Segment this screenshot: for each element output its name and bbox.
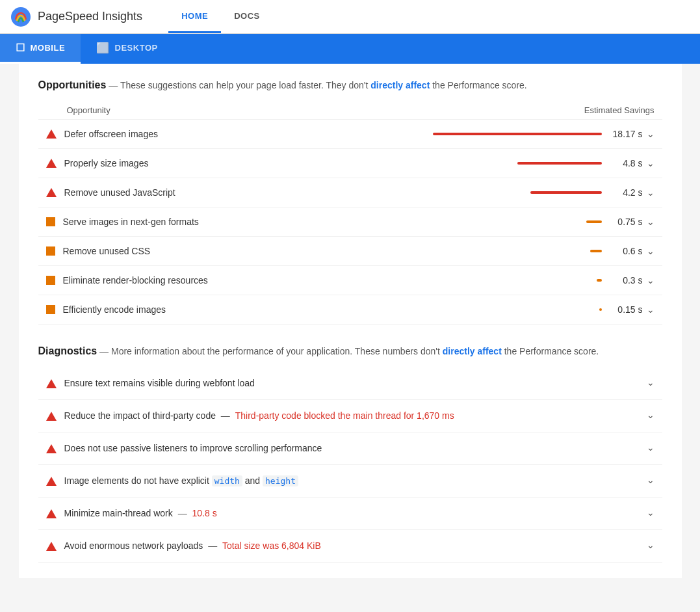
opportunity-row[interactable]: Efficiently encode images 0.15 s ⌄ <box>38 295 662 325</box>
diag-extra: Total size was 6,804 KiB <box>222 540 321 551</box>
diag-icon-wrap <box>46 377 64 388</box>
opportunity-row[interactable]: Defer offscreen images 18.17 s ⌄ <box>38 120 662 149</box>
warning-triangle-icon <box>46 477 57 486</box>
savings-bar <box>517 162 602 165</box>
savings-bar-area <box>433 133 602 135</box>
chevron-down-icon: ⌄ <box>647 217 655 227</box>
warning-triangle-icon <box>46 188 57 197</box>
savings-value: 0.15 s <box>607 304 643 315</box>
diag-dash: — <box>205 540 220 551</box>
opportunity-rows: Defer offscreen images 18.17 s ⌄ Properl… <box>38 120 662 325</box>
savings-bar-area <box>599 308 602 311</box>
diagnostic-row[interactable]: Image elements do not have explicit widt… <box>38 465 662 498</box>
opportunity-label: Remove unused CSS <box>63 246 590 256</box>
opportunity-row[interactable]: Remove unused JavaScript 4.2 s ⌄ <box>38 178 662 207</box>
chevron-down-icon: ⌄ <box>647 442 655 453</box>
savings-bar-area <box>517 162 602 165</box>
main-content: Opportunities — These suggestions can he… <box>19 64 682 578</box>
diagnostic-label: Reduce the impact of third-party code — … <box>64 409 643 423</box>
opportunity-row[interactable]: Properly size images 4.8 s ⌄ <box>38 149 662 178</box>
svg-point-0 <box>11 7 31 27</box>
device-tabs-bar: ☐ MOBILE ⬜ DESKTOP <box>0 34 700 64</box>
chevron-down-icon: ⌄ <box>647 377 655 388</box>
pagespeed-logo <box>10 7 31 27</box>
savings-bar-area <box>586 220 602 223</box>
savings-bar <box>586 220 602 223</box>
opportunity-row[interactable]: Remove unused CSS 0.6 s ⌄ <box>38 237 662 266</box>
col-savings: Estimated Savings <box>584 105 655 115</box>
opportunity-row[interactable]: Serve images in next-gen formats 0.75 s … <box>38 207 662 237</box>
warning-triangle-icon <box>46 379 57 388</box>
savings-bar <box>590 250 602 252</box>
chevron-down-icon: ⌄ <box>647 304 655 315</box>
diagnostic-label: Ensure text remains visible during webfo… <box>64 377 643 390</box>
diagnostic-label: Avoid enormous network payloads — Total … <box>64 539 643 553</box>
main-nav-tabs: HOME DOCS <box>168 0 273 33</box>
diagnostic-row[interactable]: Avoid enormous network payloads — Total … <box>38 530 662 563</box>
savings-bar <box>599 308 602 311</box>
warning-triangle-icon <box>46 159 57 168</box>
warning-triangle-icon <box>46 542 57 551</box>
opportunity-label: Efficiently encode images <box>63 304 599 315</box>
diag-icon-wrap <box>46 539 64 551</box>
diagnostics-desc2: the Performance score. <box>504 346 599 356</box>
diagnostic-row[interactable]: Minimize main-thread work — 10.8 s ⌄ <box>38 498 662 530</box>
warning-square-icon <box>46 246 55 256</box>
chevron-down-icon: ⌄ <box>647 474 655 485</box>
opportunities-dash: — <box>109 80 120 90</box>
savings-value: 4.8 s <box>607 158 643 168</box>
diagnostic-label: Image elements do not have explicit widt… <box>64 474 643 488</box>
savings-bar-area <box>597 279 602 282</box>
savings-bar <box>597 279 602 282</box>
desktop-icon: ⬜ <box>96 42 110 54</box>
chevron-down-icon: ⌄ <box>647 409 655 420</box>
diagnostics-title: Diagnostics <box>38 345 97 356</box>
warning-triangle-icon <box>46 129 57 139</box>
opportunities-table-header: Opportunity Estimated Savings <box>38 101 662 120</box>
opportunities-desc2: the Performance score. <box>432 80 527 90</box>
diagnostic-row[interactable]: Ensure text remains visible during webfo… <box>38 367 662 400</box>
diag-icon-wrap <box>46 442 64 453</box>
diag-icon-wrap <box>46 507 64 518</box>
savings-value: 0.6 s <box>607 246 643 256</box>
warning-square-icon <box>46 305 55 314</box>
opportunities-desc: These suggestions can help your page loa… <box>120 80 370 90</box>
chevron-down-icon: ⌄ <box>647 246 655 256</box>
top-navigation: PageSpeed Insights HOME DOCS <box>0 0 700 34</box>
col-opportunity: Opportunity <box>67 105 110 115</box>
opportunity-label: Eliminate render-blocking resources <box>63 275 597 286</box>
tab-desktop[interactable]: ⬜ DESKTOP <box>81 34 174 64</box>
diagnostics-link[interactable]: directly affect <box>443 346 502 356</box>
logo-area: PageSpeed Insights <box>10 7 142 27</box>
chevron-down-icon: ⌄ <box>647 539 655 550</box>
diagnostic-row[interactable]: Reduce the impact of third-party code — … <box>38 400 662 432</box>
code-width: width <box>212 475 242 486</box>
warning-triangle-icon <box>46 412 57 421</box>
chevron-down-icon: ⌄ <box>647 187 655 198</box>
tab-docs[interactable]: DOCS <box>221 0 273 33</box>
tab-mobile[interactable]: ☐ MOBILE <box>0 34 81 64</box>
tab-mobile-label: MOBILE <box>31 43 66 53</box>
diagnostics-section: Diagnostics — More information about the… <box>38 345 662 563</box>
diagnostics-header: Diagnostics — More information about the… <box>38 345 662 357</box>
chevron-down-icon: ⌄ <box>647 507 655 518</box>
warning-square-icon <box>46 217 55 226</box>
code-height: height <box>263 475 298 486</box>
savings-bar-area <box>590 250 602 252</box>
tab-home[interactable]: HOME <box>168 0 221 33</box>
diag-icon-wrap <box>46 474 64 486</box>
savings-value: 18.17 s <box>607 129 643 139</box>
warning-triangle-icon <box>46 509 57 518</box>
opportunities-header: Opportunities — These suggestions can he… <box>38 79 662 91</box>
opportunities-title: Opportunities <box>38 79 107 90</box>
chevron-down-icon: ⌄ <box>647 158 655 168</box>
diagnostic-row[interactable]: Does not use passive listeners to improv… <box>38 432 662 465</box>
diagnostic-label: Minimize main-thread work — 10.8 s <box>64 507 643 520</box>
opportunity-row[interactable]: Eliminate render-blocking resources 0.3 … <box>38 266 662 295</box>
opportunity-label: Serve images in next-gen formats <box>63 217 586 227</box>
tab-desktop-label: DESKTOP <box>115 43 158 53</box>
savings-bar <box>433 133 602 135</box>
savings-value: 0.3 s <box>607 275 643 286</box>
opportunities-link[interactable]: directly affect <box>370 80 430 90</box>
opportunity-label: Properly size images <box>64 158 517 168</box>
